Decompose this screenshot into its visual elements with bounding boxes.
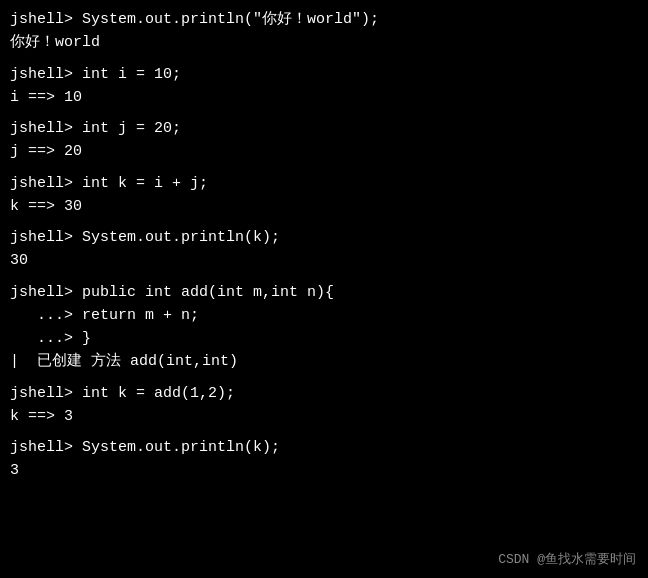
output-line-7: j ==> 20 [10,140,638,163]
output-line-18: | 已创建 方法 add(int,int) [10,350,638,373]
watermark: CSDN @鱼找水需要时间 [498,550,636,568]
prompt-line-0: jshell> System.out.println("你好！world"); [10,8,638,31]
output-line-21: k ==> 3 [10,405,638,428]
prompt-line-20: jshell> int k = add(1,2); [10,382,638,405]
prompt-line-23: jshell> System.out.println(k); [10,436,638,459]
spacer-5 [10,109,638,117]
output-line-17: ...> } [10,327,638,350]
output-line-4: i ==> 10 [10,86,638,109]
prompt-line-6: jshell> int j = 20; [10,117,638,140]
output-line-16: ...> return m + n; [10,304,638,327]
spacer-2 [10,55,638,63]
output-line-1: 你好！world [10,31,638,54]
spacer-8 [10,164,638,172]
prompt-line-3: jshell> int i = 10; [10,63,638,86]
prompt-line-12: jshell> System.out.println(k); [10,226,638,249]
terminal-window: jshell> System.out.println("你好！world");你… [0,0,648,578]
spacer-11 [10,218,638,226]
output-line-24: 3 [10,459,638,482]
output-line-13: 30 [10,249,638,272]
spacer-14 [10,273,638,281]
output-line-10: k ==> 30 [10,195,638,218]
spacer-19 [10,374,638,382]
prompt-line-15: jshell> public int add(int m,int n){ [10,281,638,304]
spacer-22 [10,428,638,436]
prompt-line-9: jshell> int k = i + j; [10,172,638,195]
